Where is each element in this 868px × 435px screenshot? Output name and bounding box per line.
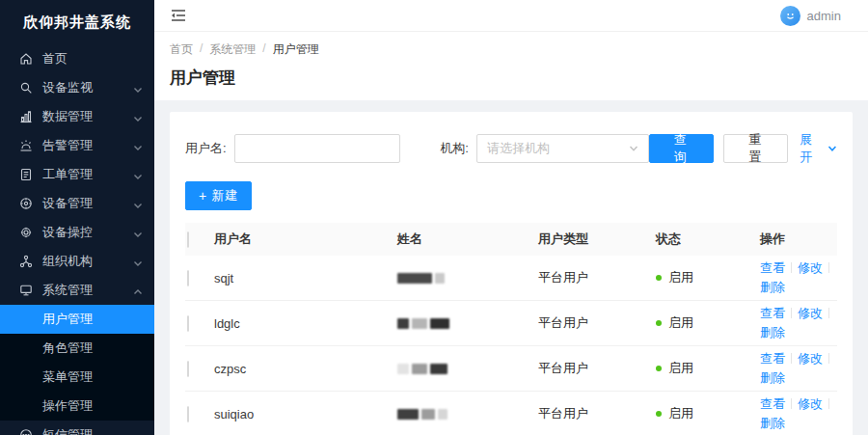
action-divider — [828, 398, 829, 409]
org-select-placeholder: 请选择机构 — [487, 140, 550, 157]
table-row: czpsc平台用户启用查看修改删除 — [185, 346, 837, 392]
sidebar-item-首页[interactable]: 首页 — [0, 44, 154, 73]
sidebar-item-告警管理[interactable]: 告警管理 — [0, 131, 154, 160]
data-chart-icon — [19, 110, 33, 123]
action-修改[interactable]: 修改 — [798, 396, 823, 411]
col-usertype: 用户类型 — [538, 231, 656, 248]
sidebar-submenu: 用户管理角色管理菜单管理操作管理 — [0, 305, 154, 421]
status-label: 启用 — [668, 269, 693, 286]
cell-usertype: 平台用户 — [538, 360, 656, 377]
chevron-down-icon — [133, 83, 143, 93]
sidebar-item-设备操控[interactable]: 设备操控 — [0, 218, 154, 247]
content: 用户名: 机构: 请选择机构 查 询 重 置 展开 +新建 — [154, 100, 868, 435]
col-username: 用户名 — [214, 231, 397, 248]
sidebar-subitem-菜单管理[interactable]: 菜单管理 — [0, 363, 154, 392]
menu-fold-icon[interactable] — [170, 7, 187, 24]
status-dot-icon — [656, 275, 662, 281]
chevron-down-icon — [629, 144, 638, 153]
action-divider — [828, 353, 829, 364]
sidebar-item-系统管理[interactable]: 系统管理 — [0, 276, 154, 305]
breadcrumb-item-system[interactable]: 系统管理 — [209, 41, 256, 58]
action-divider — [828, 308, 829, 318]
chevron-down-icon — [133, 112, 143, 122]
action-查看[interactable]: 查看 — [760, 396, 785, 411]
sidebar-item-设备管理[interactable]: 设备管理 — [0, 189, 154, 218]
redacted-name — [397, 318, 538, 329]
cell-status: 启用 — [656, 269, 760, 286]
org-icon — [19, 255, 33, 268]
chevron-down-icon — [133, 228, 143, 237]
action-查看[interactable]: 查看 — [760, 351, 785, 366]
action-删除[interactable]: 删除 — [760, 280, 785, 294]
sidebar-item-label: 短信管理 — [42, 426, 133, 435]
sidebar-item-工单管理[interactable]: 工单管理 — [0, 160, 154, 189]
breadcrumb-separator: / — [200, 41, 203, 58]
table-body: sqjt平台用户启用查看修改删除ldglc平台用户启用查看修改删除czpsc平台… — [185, 256, 837, 435]
user-menu[interactable]: admin — [780, 6, 841, 26]
cell-status: 启用 — [656, 360, 760, 377]
status-dot-icon — [656, 411, 662, 417]
username-input[interactable] — [234, 134, 400, 163]
user-card: 用户名: 机构: 请选择机构 查 询 重 置 展开 +新建 — [170, 112, 853, 435]
cell-username: ldglc — [214, 316, 397, 331]
table-row: ldglc平台用户启用查看修改删除 — [185, 301, 837, 346]
device-monitor-icon — [19, 81, 33, 95]
status-label: 启用 — [668, 360, 693, 377]
sidebar-subitem-用户管理[interactable]: 用户管理 — [0, 305, 154, 334]
sidebar-item-label: 系统管理 — [42, 282, 133, 299]
status-label: 启用 — [668, 405, 693, 422]
table-row: suiqiao平台用户启用查看修改删除 — [185, 392, 837, 435]
sidebar-item-label: 设备操控 — [42, 224, 133, 241]
topbar: admin — [154, 0, 868, 32]
action-查看[interactable]: 查看 — [760, 260, 785, 275]
sidebar-item-短信管理[interactable]: 短信管理 — [0, 421, 154, 435]
cell-actions: 查看修改删除 — [760, 394, 837, 433]
sms-icon — [19, 428, 33, 435]
action-修改[interactable]: 修改 — [798, 306, 823, 320]
org-select[interactable]: 请选择机构 — [476, 134, 649, 163]
avatar — [780, 6, 800, 26]
chevron-down-icon — [133, 430, 143, 435]
sidebar: 欣仰邦井盖系统 首页设备监视数据管理告警管理工单管理设备管理设备操控组织机构系统… — [0, 0, 154, 435]
sidebar-item-设备监视[interactable]: 设备监视 — [0, 73, 154, 102]
breadcrumb-item-current: 用户管理 — [273, 41, 319, 58]
row-checkbox[interactable] — [187, 315, 189, 332]
chevron-down-icon — [133, 170, 143, 179]
action-divider — [791, 308, 792, 318]
action-divider — [791, 398, 792, 409]
select-all-checkbox[interactable] — [187, 231, 189, 248]
action-查看[interactable]: 查看 — [760, 306, 785, 320]
sidebar-item-label: 告警管理 — [42, 137, 133, 154]
search-button[interactable]: 查 询 — [649, 134, 714, 163]
sidebar-subitem-角色管理[interactable]: 角色管理 — [0, 334, 154, 363]
sidebar-item-数据管理[interactable]: 数据管理 — [0, 102, 154, 131]
org-label: 机构: — [440, 140, 469, 157]
sidebar-item-label: 工单管理 — [42, 166, 133, 183]
status-dot-icon — [656, 320, 662, 326]
username-label: 用户名: — [185, 140, 227, 157]
row-checkbox[interactable] — [187, 361, 189, 377]
action-删除[interactable]: 删除 — [760, 325, 785, 340]
action-修改[interactable]: 修改 — [798, 351, 823, 366]
reset-button[interactable]: 重 置 — [723, 134, 788, 163]
new-button[interactable]: +新建 — [185, 181, 252, 210]
action-修改[interactable]: 修改 — [798, 260, 823, 275]
sidebar-item-组织机构[interactable]: 组织机构 — [0, 247, 154, 276]
action-删除[interactable]: 删除 — [760, 416, 785, 430]
breadcrumb-item-home[interactable]: 首页 — [170, 41, 193, 58]
row-checkbox[interactable] — [187, 270, 189, 286]
action-divider — [791, 262, 792, 273]
col-actions: 操作 — [760, 231, 837, 248]
app-title: 欣仰邦井盖系统 — [0, 0, 154, 44]
user-name: admin — [807, 9, 841, 23]
chevron-down-icon — [827, 144, 837, 153]
sidebar-subitem-操作管理[interactable]: 操作管理 — [0, 392, 154, 421]
sidebar-item-label: 首页 — [42, 50, 143, 68]
chevron-down-icon — [133, 257, 143, 266]
action-删除[interactable]: 删除 — [760, 370, 785, 385]
expand-link[interactable]: 展开 — [800, 131, 837, 166]
row-checkbox[interactable] — [187, 406, 189, 422]
system-icon — [19, 284, 33, 297]
breadcrumb-separator: / — [262, 41, 265, 58]
filter-bar: 用户名: 机构: 请选择机构 查 询 重 置 展开 — [185, 112, 837, 166]
